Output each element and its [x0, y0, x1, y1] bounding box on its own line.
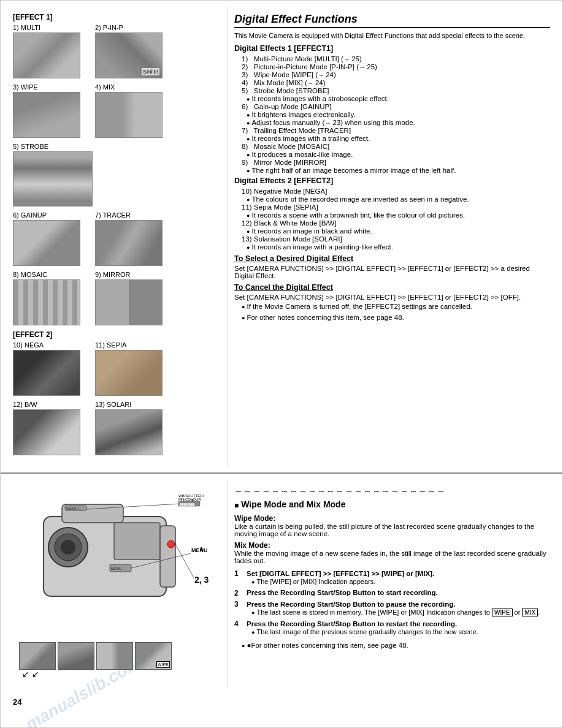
- list-sub-item: It records a scene with a brownish tint,…: [237, 211, 550, 219]
- effect-wipe: 3) WIPE: [13, 83, 93, 138]
- svg-text:2, 3, 4: 2, 3, 4: [194, 575, 209, 585]
- step-num-1: 1: [234, 569, 243, 578]
- effect-mosaic-label: 8) MOSAIC: [13, 271, 47, 278]
- bottom-note: ●For other notes concerning this item, s…: [234, 642, 550, 649]
- effect1-row4: 8) MOSAIC 9) MIRROR: [13, 271, 221, 325]
- list-sub-item: It produces a mosaic-like image.: [237, 151, 550, 158]
- effect1-row3: 6) GAINUP 7) TRACER: [13, 211, 221, 266]
- wavy-decoration: ～～～～～～～～～～～～～～～～～～～～～～～: [234, 486, 550, 497]
- effect-multi-label: 1) MULTI: [13, 24, 40, 31]
- effect-gainup-label: 6) GAINUP: [13, 211, 47, 219]
- svg-text:WB/SHU...: WB/SHU...: [66, 507, 81, 510]
- effect1-title: [EFFECT 1]: [13, 13, 221, 21]
- de1-heading: Digital Effects 1 [EFFECT1]: [234, 44, 550, 53]
- list-item: 10) Negative Mode [NEGA]: [237, 188, 550, 195]
- effect-tracer: 7) TRACER: [95, 211, 175, 266]
- block-icon: ■: [234, 501, 239, 510]
- effect-multi: 1) MULTI: [13, 24, 93, 78]
- bottom-left: WB/SHU... MENU 1 WB/SHUTTER/ MN/COLOUR: [1, 480, 228, 688]
- list-item: 13) Solarisation Mode [SOLARI]: [237, 235, 550, 243]
- scene-preview-wipe: [135, 642, 172, 670]
- svg-rect-5: [114, 523, 160, 559]
- svg-text:▮▮▮▮▮▮▮▮: ▮▮▮▮▮▮▮▮: [180, 502, 194, 506]
- page-title: Digital Effect Functions: [234, 13, 550, 28]
- step-num-3: 3: [234, 600, 243, 609]
- list-item: 11) Sepia Mode [SEPIA]: [237, 203, 550, 211]
- effect-solari: 13) SOLARI: [95, 401, 175, 455]
- page-number: 24: [1, 694, 562, 710]
- effect-mix-label: 4) MIX: [95, 83, 115, 91]
- mix-mode-heading: Mix Mode:: [234, 541, 550, 550]
- effect-mix-img: [95, 92, 163, 138]
- page: [EFFECT 1] 1) MULTI 2) P-IN-P 3) WIPE: [0, 0, 563, 728]
- effect-pinp: 2) P-IN-P: [95, 24, 175, 78]
- effect-tracer-img: [95, 220, 163, 266]
- scene-preview-3: [96, 642, 133, 670]
- list-item: 9) Mirror Mode [MIRROR]: [237, 159, 550, 166]
- effect1-row1: 1) MULTI 2) P-IN-P: [13, 24, 221, 78]
- effect-mix: 4) MIX: [95, 83, 175, 138]
- effect-mirror: 9) MIRROR: [95, 271, 175, 325]
- effect2-row1: 10) NEGA 11) SEPIA: [13, 341, 221, 396]
- wipe-mode-heading: Wipe Mode:: [234, 514, 550, 523]
- svg-text:MENU: MENU: [111, 567, 122, 571]
- effect-pinp-img: [95, 32, 163, 78]
- effect-mirror-img: [95, 279, 163, 325]
- right-column: Digital Effect Functions This Movie Came…: [228, 7, 562, 466]
- de2-heading: Digital Effects 2 [EFFECT2]: [234, 176, 550, 185]
- wipe-mix-header: ■ Wipe Mode and Mix Mode: [234, 499, 550, 512]
- effect-wipe-img: [13, 92, 80, 138]
- effect-strobe-label: 5) STROBE: [13, 143, 48, 150]
- effect-sepia-img: [95, 350, 163, 396]
- bottom-right: ～～～～～～～～～～～～～～～～～～～～～～～ ■ Wipe Mode and …: [228, 480, 562, 688]
- svg-text:1: 1: [200, 546, 203, 552]
- list-sub-item: It records an image in black and white.: [237, 227, 550, 235]
- effect-multi-img: [13, 32, 80, 78]
- scene-preview-2: [58, 642, 94, 670]
- wipe-mix-heading: Wipe Mode and Mix Mode: [241, 499, 345, 509]
- effect-strobe: 5) STROBE: [13, 143, 221, 207]
- step-3: 3 Press the Recording Start/Stop Button …: [234, 600, 550, 617]
- list-sub-item: It records an image with a painting-like…: [237, 243, 550, 251]
- mix-mode-text: While the moving image of a new scene fa…: [234, 550, 550, 564]
- step-4-text: Press the Recording Start/Stop Button to…: [247, 620, 457, 628]
- list-sub-item: It brightens images electronically.: [237, 111, 550, 118]
- arrow-decoration: ↙ ↙: [22, 669, 39, 679]
- de2-list: 10) Negative Mode [NEGA] The colours of …: [234, 188, 550, 251]
- camera-illustration: WB/SHU... MENU 1 WB/SHUTTER/ MN/COLOUR: [13, 486, 221, 682]
- top-section: [EFFECT 1] 1) MULTI 2) P-IN-P 3) WIPE: [1, 1, 562, 474]
- list-item: 1) Multi-Picture Mode [MULTI] (→ 25): [237, 55, 550, 63]
- note-bullet: For other notes concerning this item, se…: [234, 314, 550, 321]
- effect-bw-img: [13, 409, 80, 455]
- list-item: 7) Trailing Effect Mode [TRACER]: [237, 127, 550, 134]
- list-item: 4) Mix Mode [MIX] (→ 24): [237, 79, 550, 86]
- effect2-row2: 12) B/W 13) SOLARI: [13, 401, 221, 455]
- effect-bw: 12) B/W: [13, 401, 93, 455]
- effect-wipe-label: 3) WIPE: [13, 83, 38, 91]
- svg-point-9: [167, 540, 175, 548]
- cancel-text: Set [CAMERA FUNCTIONS] >> [DIGITAL EFFEC…: [234, 294, 550, 301]
- effect-mirror-label: 9) MIRROR: [95, 271, 130, 278]
- list-item: 6) Gain-up Mode [GAINUP]: [237, 103, 550, 110]
- intro-text: This Movie Camera is equipped with Digit…: [234, 32, 550, 39]
- list-sub-item: It records images with a stroboscopic ef…: [237, 95, 550, 102]
- effect-gainup: 6) GAINUP: [13, 211, 93, 266]
- wipe-mode-text: Like a curtain is being pulled, the stil…: [234, 523, 550, 537]
- list-item: 12) Black & White Mode [B/W]: [237, 219, 550, 227]
- scene-preview-4: [135, 642, 172, 670]
- step-4: 4 Press the Recording Start/Stop Button …: [234, 620, 550, 637]
- step-num-4: 4: [234, 620, 243, 628]
- step-1-text: Set [DIGITAL EFFECT] >> [EFFECT1] >> [WI…: [247, 570, 434, 577]
- camera-svg: WB/SHU... MENU 1 WB/SHUTTER/ MN/COLOUR: [13, 492, 209, 615]
- step-3-content: Press the Recording Start/Stop Button to…: [247, 600, 540, 617]
- step-1: 1 Set [DIGITAL EFFECT] >> [EFFECT1] >> […: [234, 569, 550, 586]
- effect-bw-label: 12) B/W: [13, 401, 37, 408]
- scene-preview-1: [19, 642, 56, 670]
- effect-sepia-label: 11) SEPIA: [95, 341, 126, 349]
- svg-rect-6: [160, 526, 175, 587]
- effect-pinp-label: 2) P-IN-P: [95, 24, 123, 31]
- left-column: [EFFECT 1] 1) MULTI 2) P-IN-P 3) WIPE: [1, 7, 228, 466]
- effect-tracer-label: 7) TRACER: [95, 211, 131, 219]
- step-2: 2 Press the Recording Start/Stop Button …: [234, 589, 550, 597]
- effect-nega: 10) NEGA: [13, 341, 93, 396]
